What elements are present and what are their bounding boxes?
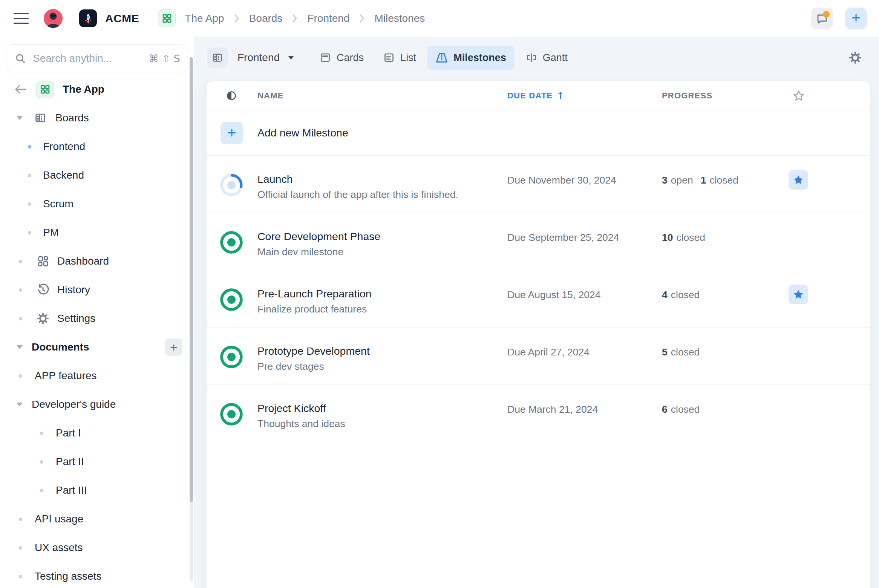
milestone-progress: 10closed [662, 213, 786, 270]
bullet-icon [28, 145, 31, 149]
tab-label: Milestones [453, 52, 506, 64]
bullet-icon [28, 174, 31, 177]
view-settings-button[interactable] [845, 47, 865, 68]
milestone-due-date: Due April 27, 2024 [507, 328, 662, 384]
milestone-due-date: Due March 21, 2024 [507, 385, 662, 442]
sidebar-item-label: Part III [56, 484, 87, 496]
sidebar-section-documents[interactable]: Documents + [0, 333, 194, 361]
add-document-button[interactable]: + [165, 338, 182, 356]
sidebar-scrollbar-thumb[interactable] [190, 57, 193, 502]
sidebar-item-developers-guide[interactable]: Developer's guide [0, 390, 194, 419]
breadcrumb-item-current[interactable]: Milestones [374, 12, 425, 24]
chat-button[interactable] [811, 8, 833, 29]
breadcrumb-item[interactable]: Frontend [307, 12, 349, 24]
milestone-row[interactable]: Pre-Launch Preparation Finalize product … [207, 270, 870, 328]
search-icon [15, 53, 26, 64]
sidebar-item-dashboard[interactable]: Dashboard [0, 247, 194, 276]
workspace-logo[interactable] [79, 9, 97, 27]
sidebar-item-label: APP features [35, 370, 96, 382]
sidebar-item-the-app[interactable]: The App [0, 75, 194, 104]
sidebar: ⌘ ⇧ S The App Boards [0, 37, 194, 588]
milestones-table-card: NAME DUE DATE ↑ PROGRESS + Add new Miles… [207, 81, 870, 588]
star-button[interactable] [789, 285, 808, 304]
add-milestone-row[interactable]: + Add new Milestone [207, 110, 870, 156]
milestone-progress: 6closed [662, 385, 786, 442]
plus-icon[interactable]: + [221, 122, 243, 144]
star-button[interactable] [789, 170, 808, 190]
sidebar-item-part-1[interactable]: Part I [0, 419, 194, 447]
sidebar-item-history[interactable]: History [0, 276, 194, 304]
tab-cards[interactable]: Cards [311, 46, 372, 70]
topbar: ACME The App Boards Frontend Milestones [0, 0, 879, 37]
collapse-triangle-icon[interactable] [17, 345, 23, 349]
sidebar-item-frontend[interactable]: Frontend [0, 132, 194, 161]
board-selector-button[interactable] [207, 47, 228, 68]
search-shortcut: ⌘ ⇧ S [149, 53, 180, 64]
sidebar-item-ux-assets[interactable]: UX assets [0, 533, 194, 562]
milestone-progress: 3open 1closed [662, 156, 786, 213]
milestone-row[interactable]: Prototype Development Pre dev stages Due… [207, 328, 870, 385]
sidebar-item-testing-assets[interactable]: Testing assets [0, 562, 194, 588]
column-header-progress[interactable]: PROGRESS [662, 91, 786, 101]
sidebar-item-label: Frontend [43, 141, 85, 153]
milestone-row[interactable]: Launch Official launch of the app after … [207, 156, 870, 213]
breadcrumb-item[interactable]: Boards [249, 12, 283, 24]
sidebar-item-part-2[interactable]: Part II [0, 447, 194, 476]
bullet-icon [19, 260, 22, 263]
cards-icon [320, 52, 331, 63]
milestone-done-icon [219, 230, 243, 254]
milestone-row[interactable]: Core Development Phase Main dev mileston… [207, 213, 870, 270]
sidebar-item-label: Testing assets [35, 570, 101, 582]
tab-milestones[interactable]: Milestones [427, 46, 515, 70]
milestone-due-date: Due August 15, 2024 [507, 270, 662, 327]
tab-label: Gantt [543, 52, 568, 64]
tab-gantt[interactable]: Gantt [518, 46, 576, 70]
chevron-down-icon[interactable] [288, 56, 294, 60]
hamburger-menu-icon[interactable] [14, 13, 29, 24]
sidebar-item-label: PM [43, 227, 59, 239]
sidebar-item-label: Settings [57, 312, 95, 325]
milestone-due-date: Due November 30, 2024 [507, 156, 662, 213]
app-icon[interactable] [158, 9, 176, 27]
search-box[interactable]: ⌘ ⇧ S [6, 44, 188, 72]
breadcrumb-item[interactable]: The App [185, 12, 224, 24]
sidebar-item-app-features[interactable]: APP features [0, 361, 194, 390]
sidebar-item-boards[interactable]: Boards [0, 104, 194, 132]
list-icon [383, 52, 395, 63]
back-arrow-icon[interactable] [14, 84, 26, 94]
sidebar-item-pm[interactable]: PM [0, 218, 194, 247]
sidebar-item-scrum[interactable]: Scrum [0, 190, 194, 218]
avatar[interactable] [44, 9, 63, 28]
collapse-triangle-icon[interactable] [17, 116, 23, 120]
sidebar-item-part-3[interactable]: Part III [0, 476, 194, 505]
milestone-due-date: Due September 25, 2024 [507, 213, 662, 270]
bullet-icon [28, 231, 31, 234]
gantt-icon [526, 52, 537, 63]
history-clock-icon [37, 283, 49, 296]
column-header-name[interactable]: NAME [243, 91, 507, 101]
sidebar-nav: The App Boards Frontend Backend Scrum [0, 75, 194, 588]
column-header-due-date[interactable]: DUE DATE ↑ [507, 90, 662, 101]
sidebar-item-settings[interactable]: Settings [0, 304, 194, 333]
milestone-row[interactable]: Project Kickoff Thoughts and ideas Due M… [207, 385, 870, 442]
collapse-triangle-icon[interactable] [17, 403, 23, 406]
contrast-icon[interactable] [226, 90, 237, 101]
bullet-icon [28, 202, 31, 206]
milestone-description: Finalize product features [257, 303, 507, 315]
bullet-icon [40, 432, 43, 435]
sidebar-item-api-usage[interactable]: API usage [0, 505, 194, 533]
board-icon [211, 52, 224, 63]
milestone-name: Pre-Launch Preparation [257, 287, 507, 300]
tab-list[interactable]: List [375, 46, 424, 70]
sidebar-item-label: Dashboard [57, 255, 109, 267]
star-outline-icon[interactable] [792, 89, 805, 102]
board-selector-label[interactable]: Frontend [237, 52, 280, 64]
sidebar-item-backend[interactable]: Backend [0, 161, 194, 190]
milestone-name: Prototype Development [257, 344, 507, 358]
grid-icon [162, 13, 172, 24]
new-item-button[interactable]: + [845, 8, 867, 29]
bullet-icon [19, 546, 22, 550]
notification-dot [823, 11, 830, 18]
search-input[interactable] [33, 52, 149, 64]
view-toolbar: Frontend Cards List [194, 37, 879, 74]
